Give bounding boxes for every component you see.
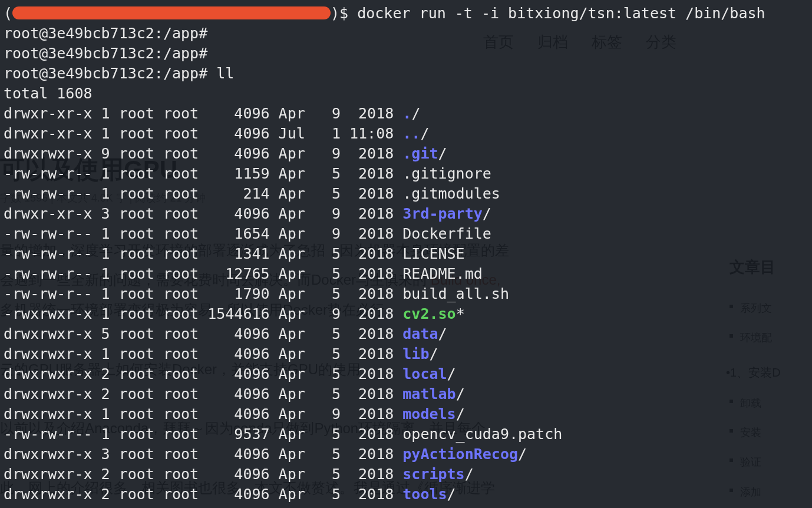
file-listing-row: -rw-rw-r-- 1 root root 1341 Apr 5 2018 L… — [4, 244, 808, 264]
file-meta: drwxrwxr-x 2 root root 4096 Apr 5 2018 — [4, 466, 402, 483]
file-listing-row: drwxrwxr-x 1 root root 4096 Apr 5 2018 l… — [4, 344, 808, 364]
file-name: models — [402, 405, 455, 423]
file-suffix: / — [483, 205, 491, 222]
command-text: docker run -t -i bitxiong/tsn:latest /bi… — [357, 5, 765, 22]
file-name: .git — [402, 145, 438, 162]
file-name: tools — [402, 486, 447, 503]
file-listing-row: -rw-rw-r-- 1 root root 1790 Apr 5 2018 b… — [4, 284, 808, 304]
file-listing-row: drwxrwxr-x 2 root root 4096 Apr 5 2018 m… — [4, 384, 808, 404]
terminal-line: ()$ docker run -t -i bitxiong/tsn:latest… — [4, 4, 808, 24]
file-name: opencv_cuda9.patch — [402, 425, 562, 443]
file-suffix: / — [456, 385, 465, 403]
file-meta: drwxrwxr-x 1 root root 4096 Apr 5 2018 — [4, 345, 402, 362]
shell-prompt: root@3e49bcb713c2:/app# — [4, 65, 216, 82]
file-name: local — [402, 365, 447, 382]
file-listing-row: drwxr-xr-x 1 root root 4096 Apr 9 2018 .… — [4, 104, 808, 124]
terminal-line: root@3e49bcb713c2:/app# — [4, 44, 808, 64]
file-meta: drwxr-xr-x 1 root root 4096 Apr 9 2018 — [4, 105, 402, 122]
shell-prompt: root@3e49bcb713c2:/app# — [4, 25, 216, 42]
file-listing-row: drwxrwxr-x 2 root root 4096 Apr 5 2018 s… — [4, 464, 808, 484]
file-meta: -rw-rw-r-- 1 root root 1790 Apr 5 2018 — [4, 285, 402, 302]
file-meta: drwxrwxr-x 5 root root 4096 Apr 5 2018 — [4, 325, 402, 342]
file-meta: drwxrwxr-x 9 root root 4096 Apr 9 2018 — [4, 145, 402, 162]
file-listing-row: drwxr-xr-x 1 root root 4096 Jul 1 11:08 … — [4, 124, 808, 144]
file-meta: drwxr-xr-x 1 root root 4096 Jul 1 11:08 — [4, 125, 402, 142]
terminal-line: root@3e49bcb713c2:/app# ll — [4, 64, 808, 84]
terminal-window[interactable]: ()$ docker run -t -i bitxiong/tsn:latest… — [0, 0, 812, 508]
file-meta: -rw-rw-r-- 1 root root 12765 Apr 5 2018 — [4, 265, 402, 282]
file-listing-row: drwxrwxr-x 2 root root 4096 Apr 5 2018 t… — [4, 484, 808, 504]
file-suffix: / — [438, 145, 447, 162]
file-name: scripts — [402, 466, 464, 483]
file-name: .. — [402, 125, 420, 142]
file-suffix: / — [411, 105, 420, 122]
file-suffix: / — [447, 365, 456, 382]
prompt-suffix: )$ — [331, 5, 357, 22]
file-suffix: / — [429, 345, 438, 362]
file-name: pyActionRecog — [402, 446, 518, 463]
file-meta: -rw-rw-r-- 1 root root 9537 Apr 5 2018 — [4, 425, 402, 443]
file-suffix: / — [518, 446, 527, 463]
file-listing-row: drwxrwxr-x 5 root root 4096 Apr 5 2018 d… — [4, 324, 808, 344]
file-name: README.md — [402, 265, 482, 282]
file-name: build_all.sh — [402, 285, 509, 302]
file-listing-row: drwxrwxr-x 1 root root 4096 Apr 9 2018 m… — [4, 404, 808, 424]
file-suffix: * — [456, 305, 465, 322]
file-listing-row: drwxrwxr-x 3 root root 4096 Apr 5 2018 p… — [4, 444, 808, 464]
redacted-prompt — [12, 6, 331, 19]
file-suffix: / — [465, 466, 474, 483]
file-name: LICENSE — [402, 245, 464, 262]
file-suffix: / — [447, 486, 456, 503]
file-meta: -rw-rw-r-- 1 root root 1159 Apr 5 2018 — [4, 165, 402, 182]
file-listing-row: drwxrwxr-x 2 root root 4096 Apr 5 2018 l… — [4, 364, 808, 384]
file-suffix: / — [438, 325, 447, 342]
file-name: data — [402, 325, 438, 342]
file-suffix: / — [420, 125, 429, 142]
file-name: cv2.so — [402, 305, 455, 322]
file-meta: -rw-rw-r-- 1 root root 214 Apr 5 2018 — [4, 185, 402, 202]
file-suffix: / — [456, 405, 465, 423]
file-meta: -rw-rw-r-- 1 root root 1654 Apr 9 2018 — [4, 225, 402, 242]
file-meta: drwxrwxr-x 2 root root 4096 Apr 5 2018 — [4, 385, 402, 403]
file-meta: drwxrwxr-x 2 root root 4096 Apr 5 2018 — [4, 365, 402, 382]
file-meta: drwxrwxr-x 3 root root 4096 Apr 5 2018 — [4, 446, 402, 463]
command-text: ll — [216, 65, 234, 82]
prompt-paren: ( — [4, 5, 12, 22]
file-name: .gitmodules — [402, 185, 500, 202]
file-listing-row: -rw-rw-r-- 1 root root 9537 Apr 5 2018 o… — [4, 424, 808, 444]
file-name: Dockerfile — [402, 225, 491, 242]
file-listing-row: -rwxrwxr-x 1 root root 1544616 Apr 9 201… — [4, 304, 808, 324]
file-meta: -rw-rw-r-- 1 root root 1341 Apr 5 2018 — [4, 245, 402, 262]
file-listing-row: -rw-rw-r-- 1 root root 1654 Apr 9 2018 D… — [4, 224, 808, 244]
file-name: matlab — [402, 385, 455, 403]
file-name: .gitignore — [402, 165, 491, 182]
file-meta: drwxrwxr-x 1 root root 4096 Apr 9 2018 — [4, 405, 402, 423]
file-meta: -rwxrwxr-x 1 root root 1544616 Apr 9 201… — [4, 305, 402, 322]
file-name: lib — [402, 345, 429, 362]
file-listing-row: drwxr-xr-x 3 root root 4096 Apr 9 2018 3… — [4, 204, 808, 224]
file-meta: drwxr-xr-x 3 root root 4096 Apr 9 2018 — [4, 205, 402, 222]
file-listing-row: -rw-rw-r-- 1 root root 214 Apr 5 2018 .g… — [4, 184, 808, 204]
file-name: . — [402, 105, 411, 122]
terminal-total-line: total 1608 — [4, 84, 808, 104]
shell-prompt: root@3e49bcb713c2:/app# — [4, 45, 216, 62]
file-listing-row: drwxrwxr-x 9 root root 4096 Apr 9 2018 .… — [4, 144, 808, 164]
file-meta: drwxrwxr-x 2 root root 4096 Apr 5 2018 — [4, 486, 402, 503]
file-name: 3rd-party — [402, 205, 482, 222]
file-listing-row: -rw-rw-r-- 1 root root 12765 Apr 5 2018 … — [4, 264, 808, 284]
terminal-line: root@3e49bcb713c2:/app# — [4, 24, 808, 44]
file-listing-row: -rw-rw-r-- 1 root root 1159 Apr 5 2018 .… — [4, 164, 808, 184]
